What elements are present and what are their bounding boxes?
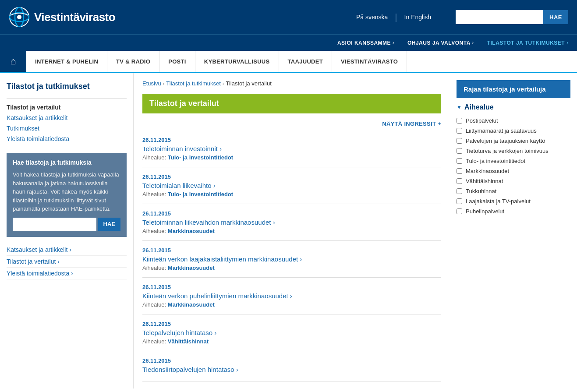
article-subject: Aihealue: Tulo- ja investointitiedot [142,191,441,198]
filter-list-item: Liittymämäärät ja saatavuus [457,126,570,136]
article-subject-value: Tulo- ja investointitiedot [168,154,233,161]
article-date: 26.11.2015 [142,137,441,143]
filter-list-item: Palvelujen ja taajuuksien käyttö [457,136,570,146]
filter-label: Tukkuhinnat [466,188,496,194]
sidebar-search-desc: Voit hakea tilastoja ja tutkimuksia vapa… [13,170,120,213]
sidebar-nav-link-tilastot[interactable]: Tilastot ja vertailut [7,104,60,111]
filter-list-item: Tietoturva ja verkkojen toimivuus [457,146,570,156]
filter-panel-title: Rajaa tilastoja ja vertailuja [464,85,563,93]
sidebar-nav-item[interactable]: Yleistä toimialatiedosta [7,134,127,144]
sidebar-nav-link-yleista[interactable]: Yleistä toimialatiedosta [7,135,69,142]
nav-viestinta[interactable]: VIESTINTÄVIRASTO [332,51,407,72]
sidebar-search-button[interactable]: HAE [98,218,120,231]
article-date: 26.11.2015 [142,321,441,327]
sidebar-title: Tilastot ja tutkimukset [7,82,127,91]
nav-posti[interactable]: POSTI [159,51,195,72]
article-title-link[interactable]: Tiedonsiirtopalvelujen hintataso › [142,366,441,373]
sidebar-bottom-link-item[interactable]: Yleistä toimialatiedosta › [7,268,127,279]
sub-nav-asioi[interactable]: ASIOI KANSSAMME › [337,40,394,46]
sub-nav: ASIOI KANSSAMME › OHJAUS JA VALVONTA › T… [0,34,577,51]
filter-checkbox-vahittäishinnat[interactable] [457,178,462,184]
filter-list-item: Vähittäishinnat [457,176,570,186]
article-item: 26.11.2015 Teletoiminnan liikevaihdon ma… [142,204,441,241]
lang-sv-link[interactable]: På svenska [349,14,395,21]
sidebar-bottom-links: Katsaukset ja artikkelit › Tilastot ja v… [7,244,127,279]
sub-nav-ohjaus[interactable]: OHJAUS JA VALVONTA › [407,40,474,46]
svg-point-3 [17,15,21,19]
article-title-link[interactable]: Kiinteän verkon laajakaistaliittymien ma… [142,255,441,263]
home-icon: ⌂ [10,56,16,67]
sidebar-bottom-link-item[interactable]: Katsaukset ja artikkelit › [7,244,127,256]
sidebar-search-box: Hae tilastoja ja tutkimuksia Voit hakea … [7,153,127,237]
chevron-icon: › [393,40,394,45]
filter-label: Puhelinpalvelut [466,208,504,215]
article-subject-value: Tulo- ja investointitiedot [168,191,233,198]
page-title: Tilastot ja vertailut [149,99,434,108]
sidebar-link-katsaukset[interactable]: Katsaukset ja artikkelit › [7,246,71,253]
filter-checkbox-tietoturva[interactable] [457,148,462,154]
article-title-link[interactable]: Teletoiminnan liikevaihdon markkinaosuud… [142,219,441,226]
filter-label: Palvelujen ja taajuuksien käyttö [466,138,545,144]
filter-checkbox-tulo[interactable] [457,158,462,164]
logo-link[interactable]: Viestintävirasto [9,7,115,28]
filter-list-item: Postipalvelut [457,116,570,126]
articles-list: 26.11.2015 Teletoiminnan investoinnit › … [142,131,441,381]
filter-checkbox-puhelinpalvelut[interactable] [457,208,462,214]
breadcrumb-etusivu[interactable]: Etusivu [142,80,161,87]
article-title-link[interactable]: Teletoimialan liikevaihto › [142,182,441,189]
nav-taajuudet[interactable]: TAAJUUDET [279,51,332,72]
nav-tv-radio[interactable]: TV & RADIO [107,51,159,72]
chevron-icon: › [566,40,568,45]
page-title-bar: Tilastot ja vertailut [142,94,441,113]
language-links: På svenska | In English [349,12,438,22]
sidebar-link-yleista[interactable]: Yleistä toimialatiedosta › [7,270,73,277]
filter-checkbox-palvelujen[interactable] [457,138,462,144]
article-subject: Aihealue: Vähittäishinnat [142,338,441,345]
filter-label: Tulo- ja investointitiedot [466,158,525,164]
article-subject: Aihealue: Markkinaosuudet [142,265,441,271]
article-item: 26.11.2015 Tiedonsiirtopalvelujen hintat… [142,351,441,381]
filter-checkbox-laajakaista[interactable] [457,198,462,204]
article-date: 26.11.2015 [142,173,441,180]
sub-nav-tilastot[interactable]: TILASTOT JA TUTKIMUKSET › [487,40,568,46]
main-content: Etusivu › Tilastot ja tutkimukset › Tila… [134,73,450,388]
article-subject: Aihealue: Markkinaosuudet [142,228,441,234]
breadcrumb-current: Tilastot ja vertailut [226,80,272,87]
show-ingress-link[interactable]: NÄYTÄ INGRESSIT + [382,120,441,127]
search-button[interactable]: HAE [543,10,568,24]
article-date: 26.11.2015 [142,284,441,290]
sidebar-nav-link-katsaukset[interactable]: Katsaukset ja artikkelit [7,114,67,121]
filter-checkbox-tukkuhinnat[interactable] [457,188,462,194]
filter-list-item: Markkinaosuudet [457,166,570,176]
nav-kyber[interactable]: KYBERTURVALLISUUS [195,51,279,72]
sidebar-search-title: Hae tilastoja ja tutkimuksia [13,159,120,166]
sidebar-nav-item[interactable]: Tilastot ja vertailut [7,102,127,113]
sidebar-nav-item[interactable]: Tutkimukset [7,123,127,134]
filter-list-item: Tukkuhinnat [457,186,570,196]
filter-section-title: ▼ Aihealue [457,103,570,111]
breadcrumb-tilastot[interactable]: Tilastot ja tutkimukset [166,80,221,87]
article-title-link[interactable]: Telepalvelujen hintataso › [142,329,441,336]
article-subject-value: Markkinaosuudet [168,301,215,308]
sidebar-search-input[interactable] [13,218,96,231]
article-title-link[interactable]: Teletoiminnan investoinnit › [142,145,441,152]
sidebar-bottom-link-item[interactable]: Tilastot ja vertailut › [7,256,127,268]
sidebar-link-tilastot[interactable]: Tilastot ja vertailut › [7,258,60,265]
logo-icon [9,7,30,28]
article-item: 26.11.2015 Teletoimialan liikevaihto › A… [142,167,441,204]
filter-checkbox-markkinaosuudet[interactable] [457,168,462,174]
filter-checkbox-liittymamäärät[interactable] [457,128,462,134]
search-input[interactable] [456,10,543,24]
filter-label: Tietoturva ja verkkojen toimivuus [466,148,549,154]
article-title-link[interactable]: Kiinteän verkon puhelinliittymien markki… [142,292,441,300]
article-subject-value: Vähittäishinnat [168,338,209,345]
article-item: 26.11.2015 Kiinteän verkon laajakaistali… [142,241,441,278]
filter-label: Vähittäishinnat [466,178,503,184]
filter-checkbox-postipalvelut[interactable] [457,118,462,124]
articles-header: NÄYTÄ INGRESSIT + [142,120,441,127]
sidebar-nav-item[interactable]: Katsaukset ja artikkelit [7,113,127,123]
nav-internet[interactable]: INTERNET & PUHELIN [26,51,107,72]
sidebar-nav-link-tutkimukset[interactable]: Tutkimukset [7,125,39,132]
nav-home-button[interactable]: ⌂ [0,51,26,72]
lang-en-link[interactable]: In English [397,14,438,21]
